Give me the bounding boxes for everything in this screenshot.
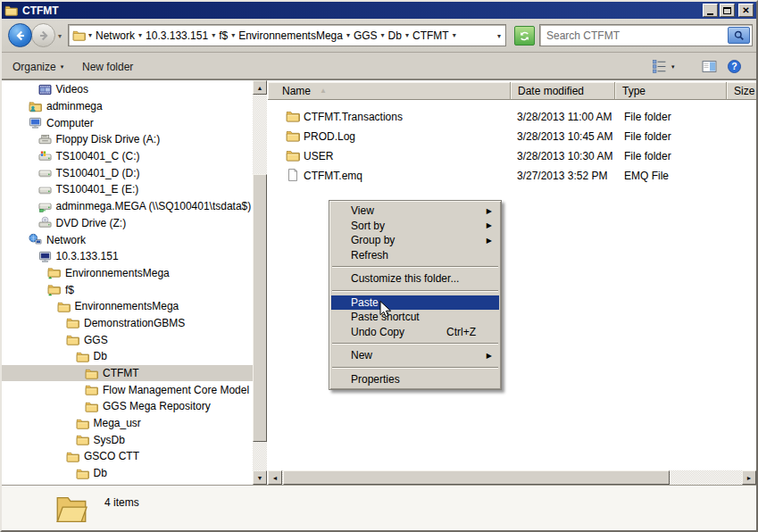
context-menu-item[interactable]: Paste (331, 295, 499, 311)
tree-item[interactable]: adminmega (2, 98, 253, 115)
tree-item[interactable]: EnvironnementsMega (2, 298, 253, 315)
scroll-up-button[interactable]: ▲ (253, 80, 267, 95)
tree-item[interactable]: TS100401_C (C:) (2, 148, 253, 165)
preview-pane-icon (702, 59, 717, 74)
file-list-horizontal-scrollbar[interactable]: ◄ ► (268, 470, 756, 485)
context-menu-item[interactable]: Sort by ▶ (331, 219, 499, 234)
tree-item[interactable]: CTFMT (2, 365, 253, 382)
file-icon (286, 129, 300, 143)
context-menu-item[interactable]: Paste shortcut (331, 310, 499, 325)
tree-item[interactable]: Floppy Disk Drive (A:) (2, 131, 253, 148)
column-header[interactable]: Size (727, 82, 756, 100)
chevron-down-icon[interactable]: ▾ (136, 31, 145, 39)
chevron-down-icon[interactable]: ▾ (403, 31, 412, 39)
column-header[interactable]: Name ▲ (268, 82, 511, 100)
file-date-modified: 3/27/2013 3:52 PM (517, 170, 607, 182)
address-dropdown-icon[interactable]: ▾ (497, 32, 501, 40)
command-toolbar: Organize ▾ New folder ▾ (2, 53, 756, 79)
tree-item[interactable]: Videos (2, 81, 253, 98)
context-menu-item[interactable]: Refresh (331, 248, 499, 263)
file-row[interactable]: CTFMT.Transactions 3/28/2013 11:00 AM Fi… (268, 107, 756, 127)
tree-item[interactable]: Computer (2, 114, 253, 131)
tree-item[interactable]: DVD Drive (Z:) (2, 215, 253, 232)
tree-item[interactable]: Network (2, 231, 253, 248)
breadcrumb-segment[interactable]: EnvironnementsMega ▾ (237, 29, 353, 42)
change-view-button[interactable]: ▾ (652, 58, 675, 75)
tree-item[interactable]: f$ (2, 281, 253, 298)
maximize-button[interactable] (720, 4, 735, 17)
tree-scrollbar[interactable]: ▲ ▼ (253, 80, 267, 485)
breadcrumb-segment[interactable]: f$ ▾ (218, 29, 237, 42)
close-button[interactable]: ✕ (738, 4, 754, 17)
file-row[interactable]: PROD.Log 3/28/2013 10:45 AM File folder (268, 127, 756, 146)
tree-item[interactable]: GGS Mega Repository (2, 398, 253, 415)
address-bar[interactable]: ▾ Network ▾ 10.3.133.151 ▾ f$ ▾ (68, 24, 506, 46)
context-menu-item[interactable]: Properties (331, 372, 499, 387)
file-date-modified: 3/28/2013 10:30 AM (517, 150, 612, 162)
file-row[interactable]: CTFMT.emq 3/27/2013 3:52 PM EMQ File (268, 166, 756, 186)
breadcrumb-segment[interactable]: GGS ▾ (353, 29, 387, 42)
tree-item[interactable]: Flow Management Core Model (2, 381, 253, 398)
scroll-right-button[interactable]: ► (742, 470, 756, 485)
history-dropdown-icon[interactable]: ▾ (58, 32, 62, 40)
tree-item[interactable]: SysDb (2, 431, 253, 448)
tree-item[interactable]: GGS (2, 331, 253, 348)
tree-item[interactable]: Db (2, 465, 253, 482)
views-icon (652, 59, 667, 74)
chevron-down-icon[interactable]: ▾ (229, 31, 237, 39)
tree-item[interactable]: GSCO CTT (2, 448, 253, 465)
tree-item[interactable]: Mega_usr (2, 415, 253, 432)
tree-item-icon (38, 83, 52, 96)
help-button[interactable] (727, 58, 742, 75)
refresh-button[interactable] (514, 26, 535, 46)
tree-item-label: adminmega (46, 100, 103, 112)
tree-item[interactable]: EnvironnementsMega (2, 265, 253, 282)
column-header[interactable]: Type (615, 82, 727, 100)
context-menu-item[interactable]: New ▶ (331, 348, 499, 363)
back-button[interactable] (8, 23, 32, 47)
tree-item-label: Db (94, 467, 107, 479)
tree-item[interactable]: TS100401_E (E:) (2, 181, 253, 198)
scroll-left-button[interactable]: ◄ (268, 470, 282, 485)
scrollbar-thumb[interactable] (253, 174, 267, 442)
context-menu-item[interactable]: Undo Copy Ctrl+Z (331, 325, 499, 340)
chevron-down-icon[interactable]: ▾ (379, 31, 387, 39)
minimize-button[interactable] (703, 4, 718, 17)
tree-item-label: f$ (65, 284, 74, 296)
search-input[interactable] (542, 27, 721, 44)
tree-item[interactable]: Db (2, 348, 253, 365)
chevron-down-icon[interactable]: ▾ (344, 31, 353, 39)
breadcrumb-segment[interactable]: Network ▾ (95, 29, 145, 42)
organize-button[interactable]: Organize ▾ (12, 58, 63, 75)
tree-item-icon (66, 316, 79, 329)
tree-item[interactable]: adminmega.MEGA (\\SQ100401\tsdata$) (H:) (2, 198, 253, 215)
tree-item-icon (76, 417, 89, 430)
search-button[interactable] (728, 27, 750, 44)
preview-pane-button[interactable] (702, 58, 717, 75)
file-name: CTFMT.emq (304, 170, 362, 182)
menu-item-label: Sort by (351, 220, 385, 232)
tree-item[interactable]: 10.3.133.151 (2, 248, 253, 265)
context-menu-item[interactable]: View ▶ (331, 204, 499, 219)
chevron-down-icon[interactable]: ▾ (209, 31, 218, 39)
tree-item[interactable]: DemonstrationGBMS (2, 315, 253, 332)
address-root-chevron-icon[interactable]: ▾ (86, 31, 95, 39)
context-menu-item[interactable]: Customize this folder... (331, 271, 499, 287)
new-folder-button[interactable]: New folder (82, 58, 133, 75)
breadcrumb-segment[interactable]: 10.3.133.151 ▾ (145, 29, 218, 42)
file-row[interactable]: USER 3/28/2013 10:30 AM File folder (268, 146, 756, 166)
breadcrumb-segment[interactable]: CTFMT ▾ (412, 29, 459, 42)
file-type: File folder (624, 111, 671, 123)
scroll-down-button[interactable]: ▼ (253, 470, 267, 485)
context-menu-item (332, 367, 498, 369)
tree-item[interactable]: TS100401_D (D:) (2, 164, 253, 181)
tree-item-icon (57, 300, 71, 313)
breadcrumb-segment[interactable]: Db ▾ (387, 29, 412, 42)
forward-button[interactable] (31, 23, 55, 47)
column-header[interactable]: Date modified (511, 82, 615, 100)
column-label: Size (734, 85, 754, 97)
tree-item-icon (29, 116, 42, 129)
chevron-down-icon[interactable]: ▾ (450, 31, 459, 39)
context-menu-item[interactable]: Group by ▶ (331, 233, 499, 248)
scrollbar-thumb[interactable] (283, 470, 670, 485)
